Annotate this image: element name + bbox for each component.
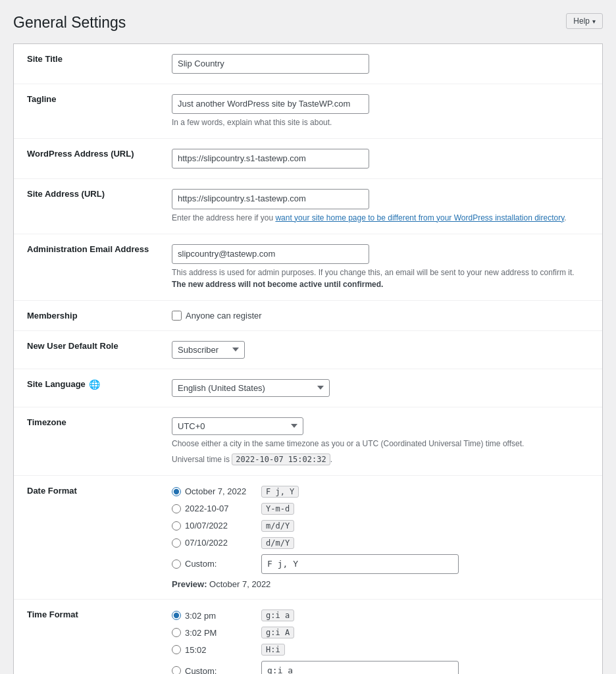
date-format-option-2: 2022-10-07 Y-m-d xyxy=(172,503,589,515)
universal-time-suffix: . xyxy=(330,455,332,464)
date-format-radio-custom[interactable] xyxy=(172,559,181,569)
site-title-row: Site Title xyxy=(14,44,602,84)
help-button[interactable]: Help xyxy=(566,13,603,29)
date-format-label: Date Format xyxy=(14,475,165,599)
date-format-label-2[interactable]: 2022-10-07 xyxy=(172,504,257,513)
site-title-input[interactable] xyxy=(172,54,369,74)
site-address-desc-prefix: Enter the address here if you xyxy=(172,213,275,222)
time-format-code-1: g:i a xyxy=(261,609,294,621)
site-language-label: Site Language 🌐 xyxy=(14,369,165,407)
time-format-label: Time Format xyxy=(14,600,165,674)
site-address-description: Enter the address here if you want your … xyxy=(172,212,589,224)
admin-email-description: This address is used for admin purposes.… xyxy=(172,267,589,290)
date-format-row: Date Format October 7, 2022 F j, Y xyxy=(14,475,602,599)
time-format-option-2: 3:02 PM g:i A xyxy=(172,627,589,638)
new-user-role-select[interactable]: Subscriber Contributor Author Editor Adm… xyxy=(172,341,245,359)
date-format-radio-4[interactable] xyxy=(172,538,181,548)
time-format-row: Time Format 3:02 pm g:i a xyxy=(14,600,602,674)
tagline-description: In a few words, explain what this site i… xyxy=(172,117,589,128)
tagline-row: Tagline In a few words, explain what thi… xyxy=(14,84,602,139)
site-address-desc-link[interactable]: want your site home page to be different… xyxy=(275,213,564,222)
time-format-radio-custom[interactable] xyxy=(172,666,181,674)
tagline-input[interactable] xyxy=(172,94,369,114)
site-address-label: Site Address (URL) xyxy=(14,179,165,234)
date-format-radio-3[interactable] xyxy=(172,521,181,531)
wp-address-row: WordPress Address (URL) xyxy=(14,139,602,179)
date-format-option-4: 07/10/2022 d/m/Y xyxy=(172,537,589,549)
date-format-label-custom[interactable]: Custom: xyxy=(172,559,257,569)
time-format-option-custom: Custom: xyxy=(172,661,589,674)
membership-row: Membership Anyone can register xyxy=(14,300,602,330)
date-format-option-3: 10/07/2022 m/d/Y xyxy=(172,520,589,532)
time-format-radio-1[interactable] xyxy=(172,611,181,620)
date-format-code-2: Y-m-d xyxy=(261,503,294,515)
site-address-input[interactable] xyxy=(172,189,369,209)
time-format-radio-2[interactable] xyxy=(172,628,181,637)
site-address-row: Site Address (URL) Enter the address her… xyxy=(14,179,602,234)
universal-time-value: 2022-10-07 15:02:32 xyxy=(232,454,330,465)
site-address-desc-suffix: . xyxy=(564,213,566,222)
admin-email-desc-normal: This address is used for admin purposes.… xyxy=(172,268,575,277)
time-format-label-3[interactable]: 15:02 xyxy=(172,645,257,655)
universal-time: Universal time is 2022-10-07 15:02:32. xyxy=(172,454,589,465)
time-format-custom-input[interactable] xyxy=(261,661,459,674)
time-format-option-1: 3:02 pm g:i a xyxy=(172,609,589,621)
settings-table: Site Title Tagline In a few words, expla… xyxy=(14,44,602,674)
language-icon: 🌐 xyxy=(89,379,100,390)
admin-email-desc-bold: The new address will not become active u… xyxy=(172,280,383,289)
time-format-label-2[interactable]: 3:02 PM xyxy=(172,628,257,638)
date-format-radio-2[interactable] xyxy=(172,504,181,513)
new-user-role-label: New User Default Role xyxy=(14,330,165,369)
time-format-option-3: 15:02 H:i xyxy=(172,644,589,656)
date-format-preview: Preview: October 7, 2022 xyxy=(172,579,589,589)
wp-address-label: WordPress Address (URL) xyxy=(14,139,165,179)
date-format-option-1: October 7, 2022 F j, Y xyxy=(172,486,589,498)
time-format-radio-3[interactable] xyxy=(172,645,181,654)
timezone-description: Choose either a city in the same timezon… xyxy=(172,438,589,450)
date-format-code-4: d/m/Y xyxy=(261,537,294,549)
date-format-radio-1[interactable] xyxy=(172,487,181,496)
time-format-code-3: H:i xyxy=(261,644,285,656)
date-format-custom-input[interactable] xyxy=(261,554,459,574)
date-format-label-1[interactable]: October 7, 2022 xyxy=(172,486,257,496)
membership-checkbox-text: Anyone can register xyxy=(186,311,262,321)
time-format-label-custom[interactable]: Custom: xyxy=(172,666,257,674)
date-format-code-3: m/d/Y xyxy=(261,520,294,532)
admin-email-row: Administration Email Address This addres… xyxy=(14,234,602,300)
site-language-row: Site Language 🌐 English (United States) xyxy=(14,369,602,407)
universal-time-prefix: Universal time is xyxy=(172,455,232,464)
new-user-role-row: New User Default Role Subscriber Contrib… xyxy=(14,330,602,369)
timezone-row: Timezone UTC+0 UTC-12 UTC-11 UTC+1 UTC+2… xyxy=(14,407,602,475)
date-format-label-4[interactable]: 07/10/2022 xyxy=(172,538,257,548)
site-language-select[interactable]: English (United States) xyxy=(172,379,330,397)
time-format-label-1[interactable]: 3:02 pm xyxy=(172,611,257,621)
membership-checkbox-label[interactable]: Anyone can register xyxy=(172,311,589,321)
date-format-label-3[interactable]: 10/07/2022 xyxy=(172,521,257,531)
settings-form: Site Title Tagline In a few words, expla… xyxy=(13,43,603,674)
membership-checkbox[interactable] xyxy=(172,311,182,321)
page-title: General Settings xyxy=(13,13,126,33)
wp-address-input[interactable] xyxy=(172,149,369,168)
date-format-option-custom: Custom: xyxy=(172,554,589,574)
date-format-code-1: F j, Y xyxy=(261,486,299,498)
time-format-code-2: g:i A xyxy=(261,627,294,638)
admin-email-label: Administration Email Address xyxy=(14,234,165,300)
timezone-label: Timezone xyxy=(14,407,165,475)
site-title-label: Site Title xyxy=(14,44,165,84)
admin-email-input[interactable] xyxy=(172,244,369,264)
membership-label: Membership xyxy=(14,300,165,330)
tagline-label: Tagline xyxy=(14,84,165,139)
timezone-select[interactable]: UTC+0 UTC-12 UTC-11 UTC+1 UTC+2 xyxy=(172,417,303,435)
